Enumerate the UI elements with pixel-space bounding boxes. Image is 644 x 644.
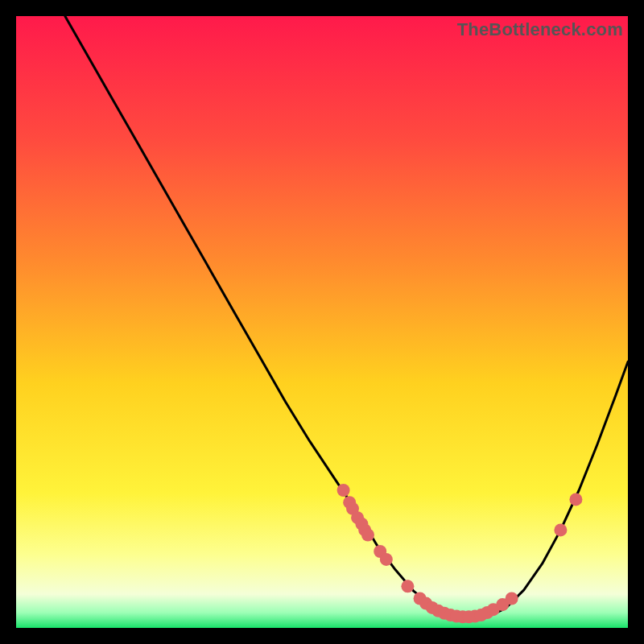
watermark-text: TheBottleneck.com bbox=[457, 19, 623, 40]
point-mid-pair bbox=[380, 553, 393, 566]
chart-svg bbox=[16, 16, 628, 628]
point-left-cluster bbox=[361, 528, 374, 541]
point-valley-cluster bbox=[506, 592, 518, 605]
plot-background bbox=[16, 16, 628, 628]
point-valley-cluster bbox=[401, 580, 414, 592]
point-right-pair bbox=[569, 493, 582, 506]
point-left-cluster bbox=[337, 484, 350, 497]
point-right-pair bbox=[554, 523, 567, 536]
chart-frame: TheBottleneck.com bbox=[16, 16, 628, 628]
